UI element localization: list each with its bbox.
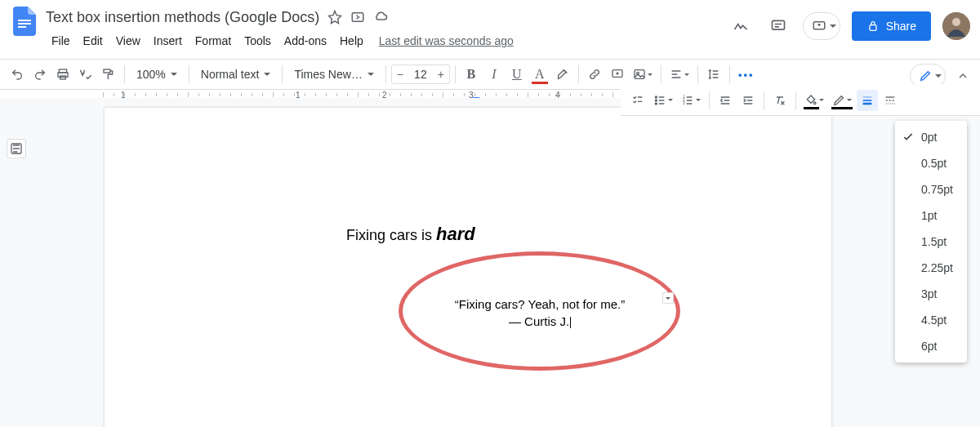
- fill-color-button[interactable]: [801, 90, 827, 111]
- svg-rect-6: [870, 25, 876, 31]
- account-avatar[interactable]: [942, 12, 970, 40]
- bold-button[interactable]: B: [461, 64, 482, 85]
- cloud-saved-icon[interactable]: [373, 10, 388, 24]
- font-value: Times New…: [294, 68, 363, 81]
- text-cursor: [570, 317, 571, 328]
- zoom-dropdown[interactable]: 100%: [130, 68, 184, 81]
- share-label: Share: [886, 20, 916, 33]
- decrease-indent-button[interactable]: [715, 90, 736, 111]
- insert-image-button[interactable]: [630, 64, 656, 85]
- font-size-decrease-button[interactable]: −: [392, 65, 408, 83]
- border-weight-option[interactable]: 0.75pt: [895, 176, 967, 202]
- menu-tools[interactable]: Tools: [238, 31, 277, 51]
- font-size-value[interactable]: 12: [408, 68, 433, 81]
- font-size-increase-button[interactable]: +: [433, 65, 449, 83]
- spellcheck-button[interactable]: [75, 64, 96, 85]
- style-dropdown[interactable]: Normal text: [194, 68, 278, 81]
- border-weight-option[interactable]: 1.5pt: [895, 229, 967, 255]
- insert-link-button[interactable]: [584, 64, 605, 85]
- document-page[interactable]: Fixing cars is hard “Fixing cars? Yeah, …: [105, 108, 831, 427]
- menu-file[interactable]: File: [46, 31, 76, 51]
- header: Text box insertion methods (Google Docs)…: [0, 0, 980, 52]
- numbered-list-button[interactable]: 123: [678, 90, 704, 111]
- border-dash-button[interactable]: [880, 90, 901, 111]
- svg-rect-12: [104, 69, 110, 73]
- option-label: 0.5pt: [921, 157, 947, 170]
- border-weight-option[interactable]: 0.5pt: [895, 150, 967, 176]
- line-spacing-button[interactable]: [703, 64, 724, 85]
- chevron-down-icon: [847, 99, 852, 104]
- separator: [385, 65, 386, 83]
- check-icon: [902, 131, 915, 146]
- italic-button[interactable]: I: [483, 64, 505, 85]
- border-weight-option[interactable]: 1pt: [895, 202, 967, 229]
- chevron-down-icon: [368, 73, 374, 79]
- svg-point-17: [655, 100, 657, 101]
- paint-format-button[interactable]: [98, 64, 119, 85]
- doc-title[interactable]: Text box insertion methods (Google Docs): [46, 9, 319, 26]
- align-button[interactable]: [666, 64, 693, 85]
- text-run-emphasis: hard: [436, 224, 475, 244]
- menu-help[interactable]: Help: [334, 31, 369, 51]
- separator: [661, 65, 662, 83]
- text-color-button[interactable]: A: [529, 64, 550, 85]
- svg-point-22: [813, 102, 816, 105]
- comment-history-icon[interactable]: [765, 13, 791, 39]
- collapse-toolbar-button[interactable]: [952, 65, 973, 87]
- border-weight-option[interactable]: 2.25pt: [895, 255, 967, 281]
- increase-indent-button[interactable]: [737, 90, 759, 111]
- insert-comment-button[interactable]: [607, 64, 628, 85]
- zoom-value: 100%: [136, 68, 166, 81]
- separator: [709, 91, 710, 109]
- separator: [124, 65, 125, 83]
- checklist-button[interactable]: [627, 90, 648, 111]
- menu-view[interactable]: View: [110, 31, 146, 51]
- border-weight-option[interactable]: 0pt: [895, 124, 967, 150]
- separator: [282, 65, 283, 83]
- text-box[interactable]: “Fixing cars? Yeah, not for me.” — Curti…: [446, 296, 634, 330]
- border-color-button[interactable]: [829, 90, 855, 111]
- svg-text:3: 3: [683, 101, 685, 105]
- undo-button[interactable]: [7, 64, 28, 85]
- separator: [697, 65, 698, 83]
- print-button[interactable]: [52, 64, 74, 85]
- underline-button[interactable]: U: [506, 64, 528, 85]
- share-button[interactable]: Share: [852, 11, 931, 41]
- show-outline-button[interactable]: [7, 139, 26, 158]
- border-weight-option[interactable]: 6pt: [895, 333, 967, 359]
- option-label: 3pt: [921, 287, 937, 300]
- redo-button[interactable]: [29, 64, 51, 85]
- activity-icon[interactable]: [728, 13, 754, 39]
- highlight-color-button[interactable]: [552, 64, 573, 85]
- text-run: Fixing cars is: [346, 227, 436, 243]
- separator: [764, 91, 764, 109]
- svg-rect-14: [635, 70, 644, 79]
- bulleted-list-button[interactable]: [650, 90, 676, 111]
- last-edit-link[interactable]: Last edit was seconds ago: [379, 34, 514, 47]
- border-weight-option[interactable]: 3pt: [895, 281, 967, 307]
- chevron-down-icon: [648, 73, 653, 78]
- docs-logo-icon[interactable]: [10, 7, 39, 36]
- border-weight-option[interactable]: 4.5pt: [895, 307, 967, 333]
- clear-formatting-button[interactable]: [769, 90, 791, 111]
- more-button[interactable]: •••: [735, 64, 758, 85]
- svg-point-16: [655, 96, 657, 98]
- move-icon[interactable]: [350, 10, 365, 24]
- chevron-down-icon: [696, 99, 701, 104]
- font-dropdown[interactable]: Times New…: [287, 68, 381, 81]
- menu-edit[interactable]: Edit: [78, 31, 109, 51]
- svg-point-8: [952, 18, 960, 26]
- option-label: 2.25pt: [921, 261, 953, 274]
- menu-addons[interactable]: Add-ons: [278, 31, 332, 51]
- menu-insert[interactable]: Insert: [148, 31, 188, 51]
- menu-format[interactable]: Format: [189, 31, 237, 51]
- textbox-options-handle[interactable]: [662, 292, 674, 304]
- separator: [795, 91, 796, 109]
- chevron-down-icon: [684, 73, 689, 78]
- star-icon[interactable]: [327, 10, 342, 24]
- separator: [578, 65, 579, 83]
- chevron-down-icon: [264, 73, 270, 79]
- present-button[interactable]: [803, 12, 840, 40]
- svg-rect-2: [18, 26, 26, 28]
- border-weight-button[interactable]: [857, 90, 878, 111]
